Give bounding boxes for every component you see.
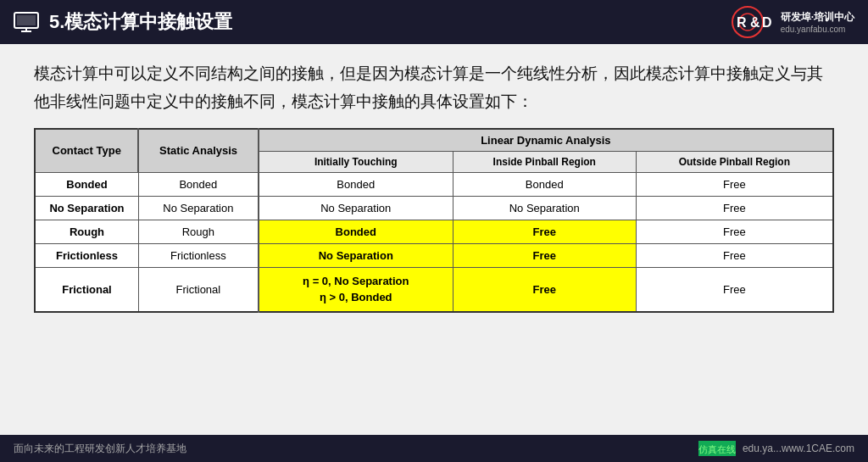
- content-area: R&D edu 1CAE 模态计算中可以定义不同结构之间的接触，但是因为模态计算…: [0, 44, 868, 435]
- table-row: No SeparationNo SeparationNo SeparationN…: [35, 196, 833, 220]
- table-cell: Bonded: [259, 220, 453, 243]
- table-cell: No Separation: [453, 196, 636, 220]
- footer-right-area: 仿真在线 edu.ya...www.1CAE.com: [698, 441, 854, 456]
- svg-text:R: R: [737, 15, 747, 30]
- svg-text:&: &: [750, 15, 760, 30]
- contact-table-wrapper: Contact Type Static Analysis Linear Dyna…: [34, 128, 834, 427]
- logo-text-block: 研发埠·培训中心 edu.yanfabu.com: [781, 10, 854, 34]
- table-cell: Rough: [138, 220, 258, 243]
- table-cell: Free: [453, 243, 636, 267]
- table-cell: Frictionless: [35, 243, 138, 267]
- table-row: FrictionalFrictionalη = 0, No Separation…: [35, 267, 833, 312]
- table-cell: Free: [636, 172, 833, 196]
- logo-url: edu.yanfabu.com: [781, 25, 854, 34]
- table-cell: Frictional: [35, 267, 138, 312]
- footer-left-text: 面向未来的工程研发创新人才培养基地: [14, 442, 186, 456]
- page-title: 5.模态计算中接触设置: [49, 9, 732, 35]
- col-static-analysis: Static Analysis: [138, 129, 258, 173]
- col-initially-touching: Initially Touching: [259, 151, 453, 172]
- table-cell: Frictionless: [138, 243, 258, 267]
- table-cell: Free: [453, 220, 636, 243]
- footer-badge: 仿真在线: [698, 441, 736, 456]
- table-row: RoughRoughBondedFreeFree: [35, 220, 833, 243]
- monitor-icon: [14, 12, 39, 32]
- table-cell: Free: [636, 196, 833, 220]
- intro-paragraph: 模态计算中可以定义不同结构之间的接触，但是因为模态计算是一个纯线性分析，因此模态…: [34, 59, 834, 116]
- col-inside-pinball: Inside Pinball Region: [453, 151, 636, 172]
- contact-settings-table: Contact Type Static Analysis Linear Dyna…: [34, 128, 834, 313]
- table-cell: η = 0, No Separationη > 0, Bonded: [259, 267, 453, 312]
- table-cell: Rough: [35, 220, 138, 243]
- col-outside-pinball: Outside Pinball Region: [636, 151, 833, 172]
- table-cell: No Separation: [35, 196, 138, 220]
- footer: 面向未来的工程研发创新人才培养基地 仿真在线 edu.ya...www.1CAE…: [0, 435, 868, 462]
- table-cell: No Separation: [138, 196, 258, 220]
- table-cell: Frictional: [138, 267, 258, 312]
- col-linear-dynamic: Linear Dynamic Analysis: [259, 129, 833, 152]
- table-cell: Bonded: [453, 172, 636, 196]
- footer-right-text: edu.ya...www.1CAE.com: [743, 443, 854, 454]
- table-body: BondedBondedBondedBondedFreeNo Separatio…: [35, 172, 833, 312]
- table-header-row: Contact Type Static Analysis Linear Dyna…: [35, 129, 833, 152]
- table-row: FrictionlessFrictionlessNo SeparationFre…: [35, 243, 833, 267]
- table-cell: Free: [453, 267, 636, 312]
- svg-text:D: D: [762, 15, 772, 30]
- table-cell: Bonded: [138, 172, 258, 196]
- table-cell: Bonded: [259, 172, 453, 196]
- slide: 5.模态计算中接触设置 R & D 研发埠·培训中心 edu.yanfabu.c…: [0, 0, 868, 462]
- table-cell: Free: [636, 243, 833, 267]
- table-cell: Free: [636, 267, 833, 312]
- svg-rect-3: [17, 15, 36, 25]
- logo-company: 研发埠·培训中心: [781, 10, 854, 25]
- table-cell: Bonded: [35, 172, 138, 196]
- logo-area: R & D 研发埠·培训中心 edu.yanfabu.com: [732, 6, 854, 38]
- table-cell: No Separation: [259, 243, 453, 267]
- col-contact-type: Contact Type: [35, 129, 138, 173]
- table-cell: No Separation: [259, 196, 453, 220]
- table-cell: Free: [636, 220, 833, 243]
- header: 5.模态计算中接触设置 R & D 研发埠·培训中心 edu.yanfabu.c…: [0, 0, 868, 44]
- rd-logo: R & D: [732, 6, 776, 38]
- table-row: BondedBondedBondedBondedFree: [35, 172, 833, 196]
